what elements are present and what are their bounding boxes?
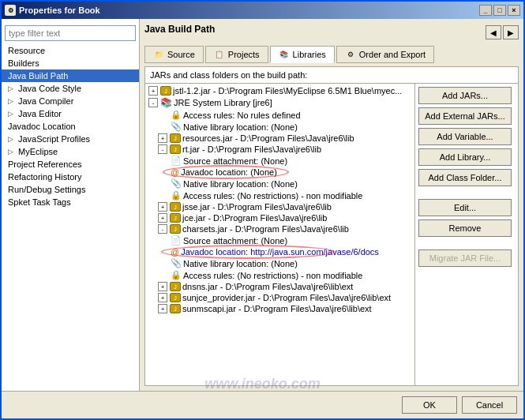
sidebar-item-java-editor[interactable]: ▷Java Editor (2, 107, 139, 120)
order-export-tab-icon: ⚙ (345, 49, 356, 60)
remove-button[interactable]: Remove (418, 219, 512, 237)
tree-item-access-rules3[interactable]: 🔒 Access rules: (No restrictions) - non … (147, 269, 413, 281)
tree-item-dnsns-jar[interactable]: + J dnsns.jar - D:\Program Files\Java\jr… (147, 281, 413, 292)
tree-label-dnsns-jar: dnsns.jar - D:\Program Files\Java\jre6\l… (182, 282, 353, 291)
properties-window: ⚙ Properties for Book _ □ × Resource Bui… (0, 0, 525, 420)
tree-label-native-lib: Native library location: (None) (183, 122, 298, 132)
jar-icon5: J (170, 213, 181, 223)
sidebar-item-builders[interactable]: Builders (2, 57, 139, 69)
tree-item-access-rules[interactable]: 🔒 Access rules: No rules defined (147, 109, 413, 121)
tree-label-access-rules3: Access rules: (No restrictions) - non mo… (183, 271, 362, 280)
forward-button[interactable]: ▶ (503, 25, 519, 39)
back-button[interactable]: ◀ (486, 25, 501, 39)
tree-label-source-attach2: Source attachment: (None) (183, 236, 287, 246)
tab-source[interactable]: 📁 Source (144, 46, 204, 63)
sidebar-item-run-debug-settings[interactable]: Run/Debug Settings (2, 183, 139, 196)
tab-source-label: Source (167, 50, 195, 59)
tree-label-jstl: jstl-1.2.jar - D:\Program Files\MyEclips… (173, 86, 402, 96)
cancel-button[interactable]: Cancel (462, 396, 517, 414)
add-class-folder-button[interactable]: Add Class Folder... (418, 169, 512, 186)
add-external-jars-button[interactable]: Add External JARs... (418, 107, 512, 125)
main-area: Java Build Path ◀ ▶ 📁 Source 📋 Projects … (140, 19, 523, 391)
expand-dnsns-jar[interactable]: + (158, 282, 167, 291)
tab-projects[interactable]: 📋 Projects (205, 46, 268, 63)
sidebar-item-myeclipse[interactable]: ▷MyEclipse (2, 145, 139, 158)
tab-libraries[interactable]: 📚 Libraries (270, 46, 335, 63)
btn-separator2 (418, 240, 515, 246)
access-icon3: 🔒 (171, 270, 182, 280)
tabs-container: 📁 Source 📋 Projects 📚 Libraries ⚙ Order … (144, 46, 519, 63)
add-library-button[interactable]: Add Library... (418, 148, 512, 166)
filter-input[interactable] (5, 25, 136, 41)
expand-sunjce-jar[interactable]: + (158, 293, 167, 302)
migrate-jar-file-button[interactable]: Migrate JAR File... (418, 249, 512, 267)
sidebar-item-spket-task-tags[interactable]: Spket Task Tags (2, 196, 139, 208)
tab-content: JARs and class folders on the build path… (144, 66, 519, 386)
jar-icon9: J (170, 304, 181, 313)
tree-item-native-lib[interactable]: 📎 Native library location: (None) (147, 121, 413, 133)
tree-item-javadoc-loc2[interactable]: @ Javadoc location: http://java.sun.com/… (147, 246, 413, 257)
sidebar-item-resource[interactable]: Resource (2, 44, 139, 57)
tree-item-native-lib3[interactable]: 📎 Native library location: (None) (147, 257, 413, 269)
jar-icon2: J (170, 133, 181, 143)
title-bar-left: ⚙ Properties for Book (5, 5, 100, 16)
tree-item-resources-jar[interactable]: + J resources.jar - D:\Program Files\Jav… (147, 133, 413, 144)
tree-item-jce-jar[interactable]: + J jce.jar - D:\Program Files\Java\jre6… (147, 212, 413, 223)
add-jars-button[interactable]: Add JARs... (418, 87, 512, 104)
expand-sunmscapi-jar[interactable]: + (158, 304, 167, 313)
tree-item-sunmscapi-jar[interactable]: + J sunmscapi.jar - D:\Program Files\Jav… (147, 303, 413, 314)
tree-label-charsets-jar: charsets.jar - D:\Program Files\Java\jre… (182, 224, 349, 234)
tree-item-charsets-jar[interactable]: - J charsets.jar - D:\Program Files\Java… (147, 223, 413, 234)
tree-area[interactable]: + J jstl-1.2.jar - D:\Program Files\MyEc… (145, 84, 415, 385)
expand-resources-jar[interactable]: + (158, 133, 167, 143)
ok-button[interactable]: OK (402, 396, 457, 414)
ref-icon: 📎 (171, 122, 182, 132)
tree-label-jce-jar: jce.jar - D:\Program Files\Java\jre6\lib (182, 213, 327, 223)
add-variable-button[interactable]: Add Variable... (418, 128, 512, 145)
tree-item-source-attach[interactable]: 📄 Source attachment: (None) (147, 155, 413, 167)
minimize-button[interactable]: _ (479, 5, 492, 16)
sidebar-items: Resource Builders Java Build Path ▷Java … (2, 44, 139, 388)
sidebar-item-java-build-path[interactable]: Java Build Path (2, 69, 139, 82)
tree-label-javadoc-loc: Javadoc location: (None) (181, 167, 277, 177)
jar-icon: J (160, 86, 171, 96)
edit-button[interactable]: Edit... (418, 199, 512, 216)
tree-item-native-lib2[interactable]: 📎 Native library location: (None) (147, 178, 413, 189)
lib-icon: 📚 (160, 97, 172, 108)
tree-item-javadoc-loc[interactable]: @ Javadoc location: (None) (147, 167, 413, 178)
expand-rt-jar[interactable]: - (158, 144, 167, 154)
tab-order-export-label: Order and Export (359, 50, 426, 59)
sidebar-item-refactoring-history[interactable]: Refactoring History (2, 171, 139, 183)
maximize-button[interactable]: □ (493, 5, 506, 16)
expand-jre[interactable]: - (148, 98, 158, 107)
tree-item-sunjce-jar[interactable]: + J sunjce_provider.jar - D:\Program Fil… (147, 292, 413, 303)
tree-item-rt-jar[interactable]: - J rt.jar - D:\Program Files\Java\jre6\… (147, 144, 413, 155)
tree-label-source-attach: Source attachment: (None) (183, 156, 287, 166)
split-area: + J jstl-1.2.jar - D:\Program Files\MyEc… (145, 84, 518, 385)
expand-jce-jar[interactable]: + (158, 213, 167, 223)
tab-libraries-label: Libraries (293, 50, 326, 59)
sidebar-item-java-code-style[interactable]: ▷Java Code Style (2, 82, 139, 95)
tree-item-source-attach2[interactable]: 📄 Source attachment: (None) (147, 234, 413, 246)
expand-charsets-jar[interactable]: - (158, 224, 167, 234)
main-content: Resource Builders Java Build Path ▷Java … (2, 19, 523, 391)
tree-item-jstl[interactable]: + J jstl-1.2.jar - D:\Program Files\MyEc… (147, 85, 413, 96)
tree-item-jsse-jar[interactable]: + J jsse.jar - D:\Program Files\Java\jre… (147, 201, 413, 212)
expand-jstl[interactable]: + (148, 86, 158, 96)
expand-jsse-jar[interactable]: + (158, 202, 167, 212)
close-button[interactable]: × (508, 5, 520, 16)
sidebar-item-javascript-profiles[interactable]: ▷JavaScript Profiles (2, 133, 139, 145)
tree-label-resources-jar: resources.jar - D:\Program Files\Java\jr… (182, 133, 354, 143)
sidebar-item-project-references[interactable]: Project References (2, 158, 139, 171)
bottom-bar: OK Cancel (2, 391, 523, 418)
sidebar-item-javadoc-location[interactable]: Javadoc Location (2, 120, 139, 133)
tree-item-jre[interactable]: - 📚 JRE System Library [jre6] (147, 96, 413, 109)
title-bar-buttons: _ □ × (479, 5, 520, 16)
source-tab-icon: 📁 (153, 49, 164, 60)
tree-item-access-rules2[interactable]: 🔒 Access rules: (No restrictions) - non … (147, 189, 413, 201)
javadoc-icon2: @ (171, 247, 179, 257)
tree-label-rt-jar: rt.jar - D:\Program Files\Java\jre6\lib (182, 144, 321, 154)
sidebar-item-java-compiler[interactable]: ▷Java Compiler (2, 95, 139, 107)
tab-order-export[interactable]: ⚙ Order and Export (336, 46, 434, 63)
sidebar: Resource Builders Java Build Path ▷Java … (2, 19, 140, 391)
